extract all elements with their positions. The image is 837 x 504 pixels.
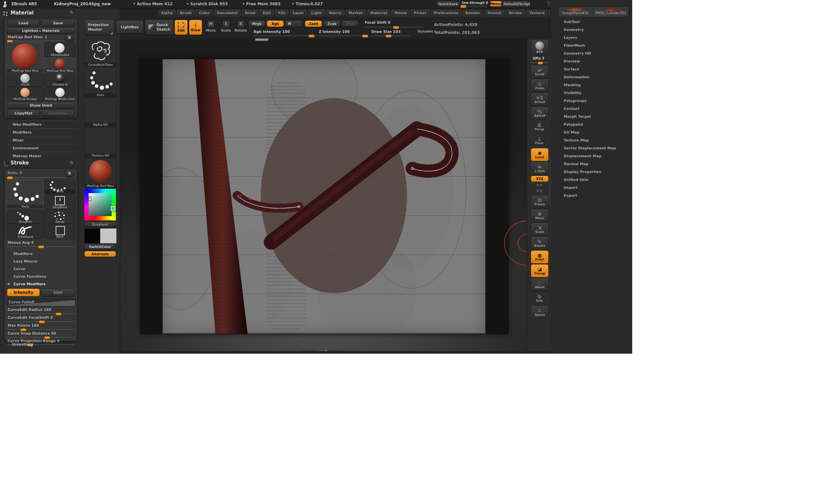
tool-item-deformation[interactable]: Deformation [564, 73, 629, 81]
menu-render[interactable]: Render [463, 10, 483, 16]
tool-item-polypaint[interactable]: Polypaint [564, 121, 629, 129]
current-texture-tile[interactable]: Texture Off [84, 128, 117, 158]
menu-draw[interactable]: Draw [242, 10, 259, 16]
rotate-tool-button[interactable]: R Rotate [234, 21, 247, 34]
scale-nav-button[interactable]: ⇲Scale [531, 223, 549, 236]
material-thumb-chrome-a[interactable]: Chrome A [44, 73, 75, 87]
menu-layer[interactable]: Layer [290, 10, 307, 16]
edit-button[interactable]: Edit [175, 20, 188, 35]
stroke-section-lazy-mouse[interactable]: Lazy Mouse [5, 257, 76, 265]
stroke-thumb-spray[interactable]: Spray [44, 209, 75, 224]
draw-size-slider[interactable] [371, 36, 411, 36]
bpr-button[interactable]: BPR [531, 39, 549, 55]
rotate-nav-button[interactable]: ↻Rotate [531, 237, 549, 250]
persp-button[interactable]: ⊞Persp [531, 120, 548, 133]
actual-button[interactable]: ×1Actual [531, 93, 549, 106]
tool-item-unified-skin[interactable]: Unified Skin [564, 176, 629, 184]
tool-item-texture-map[interactable]: Texture Map [564, 136, 629, 145]
lsym-button[interactable]: ⇋L.Sym [531, 162, 549, 175]
menu-picker[interactable]: Picker [411, 10, 429, 16]
material-thumb-selected[interactable]: MatCap Red Wax [7, 42, 44, 73]
tool-item-layers[interactable]: Layers [564, 34, 629, 42]
rgb-button[interactable]: Rgb [267, 20, 284, 27]
tool-tab-cylinder[interactable]: PM3D_Cylinder3D1 [593, 7, 628, 16]
focal-shift-slider[interactable] [365, 27, 424, 27]
current-alpha-tile[interactable]: Alpha Off [84, 98, 117, 127]
tool-item-preview[interactable]: Preview [564, 58, 629, 66]
stroke-section-curve[interactable]: Curve [5, 265, 76, 273]
zadd-button[interactable]: Zadd [305, 20, 322, 27]
tool-item-display-properties[interactable]: Display Properties [564, 168, 629, 176]
m-button[interactable]: M [285, 20, 302, 27]
curveedit-focalshift-slider[interactable] [7, 321, 75, 322]
menu-alpha[interactable]: Alpha [158, 10, 176, 16]
max-points-slider[interactable] [7, 329, 75, 330]
size-button[interactable]: Size [41, 288, 75, 296]
stroke-section-modifiers[interactable]: Modifiers [5, 250, 76, 257]
draw-button[interactable]: ┼ Draw [189, 20, 202, 35]
menu-material[interactable]: Material [367, 10, 390, 16]
zoom-button[interactable]: ◎Zoom [531, 79, 549, 92]
material-thumb-skinshade4[interactable]: SkinShade4 [44, 42, 75, 57]
tool-item-fibermesh[interactable]: FiberMesh [564, 42, 629, 50]
secondary-color-swatch[interactable] [100, 228, 117, 243]
menu-edit[interactable]: Edit [260, 10, 274, 16]
stroke-thumb-dragdot[interactable]: DragDot [7, 209, 44, 224]
tool-item-contact[interactable]: Contact [564, 105, 629, 113]
tool-item-geometry-hd[interactable]: Geometry HD [564, 50, 629, 58]
doc-scrollbar-left[interactable] [302, 350, 318, 351]
menu-movie[interactable]: Movie [392, 10, 410, 16]
curve-snap-slider[interactable] [7, 337, 75, 338]
move-tool-button[interactable]: M Move [205, 21, 217, 34]
local-button[interactable]: ◉Local [531, 148, 549, 161]
material-r-button[interactable]: R [66, 34, 73, 41]
solo-button[interactable]: ◍Solo [531, 292, 548, 304]
menu-brush[interactable]: Brush [177, 10, 195, 16]
tool-item-polygroups[interactable]: Polygroups [564, 97, 629, 105]
polyf-button[interactable]: ▦PolyF [531, 250, 549, 263]
color-picker-swatch-handle[interactable] [111, 206, 115, 211]
load-material-button[interactable]: Load [7, 20, 40, 26]
tool-item-import[interactable]: Import [564, 184, 629, 192]
menu-preferences[interactable]: Preferences [431, 10, 461, 16]
current-material-tile[interactable]: MatCap Red Wax [84, 158, 117, 188]
material-slider[interactable] [7, 41, 64, 41]
material-thumb-matcap-red-wax[interactable]: MatCap Red Wax [44, 57, 75, 73]
tool-item-subtool[interactable]: SubTool [564, 18, 629, 26]
stroke-refresh-icon[interactable]: ↻ [70, 160, 73, 165]
main-color-swatch[interactable] [84, 228, 100, 243]
copymat-button[interactable]: CopyMat [7, 110, 40, 116]
doc-scroll-down-icon[interactable]: ▼ [324, 349, 327, 351]
section-mixer[interactable]: Mixer [5, 136, 77, 144]
tool-item-normal-map[interactable]: Normal Map [564, 160, 629, 168]
current-brush-tile[interactable]: CurveMultiTube [84, 39, 117, 67]
save-material-button[interactable]: Save [41, 20, 75, 26]
doc-scrollbar-right[interactable] [328, 350, 345, 351]
color-picker[interactable] [84, 189, 116, 220]
floor-button[interactable]: ⊥Floor [531, 134, 548, 147]
pastemat-button[interactable]: PasteMat [41, 110, 75, 116]
curveedit-radius-slider[interactable] [7, 314, 75, 314]
stroke-thumb-dragrect[interactable]: ↓ DragRect [44, 194, 75, 209]
xyz-button[interactable]: XYZ [531, 176, 549, 182]
frame-button[interactable]: ⊡Frame [531, 195, 549, 208]
menu-stencil[interactable]: Stencil [484, 10, 504, 16]
xpose-button[interactable]: ∴Xpose [531, 305, 549, 319]
doc-scroll-up-icon[interactable]: ▲ [320, 349, 322, 351]
material-refresh-icon[interactable]: ↻ [70, 10, 73, 15]
stroke-thumb-dots[interactable]: Dots [44, 179, 75, 194]
tray-pull-tab[interactable] [255, 38, 268, 41]
transp-button[interactable]: ◪Transp [531, 264, 549, 277]
spix-slider[interactable] [531, 62, 548, 63]
menus-toggle[interactable]: Menus [490, 1, 502, 6]
move-nav-button[interactable]: ⊕Move [531, 209, 549, 222]
tool-item-displacement-map[interactable]: Displacement Map [564, 152, 629, 160]
curve-falloff-widget[interactable]: Curve Falloff [7, 298, 75, 306]
quicksave-button[interactable]: QuickSave [437, 1, 460, 7]
aahalf-button[interactable]: ½AAHalf [531, 107, 549, 120]
section-wax-modifiers[interactable]: Wax Modifiers [5, 120, 77, 128]
menu-marker[interactable]: Marker [346, 10, 366, 16]
menu-macro[interactable]: Macro [326, 10, 344, 16]
lightbox-materials-button[interactable]: Lightbox ▸ Materials [7, 27, 75, 34]
lightbox-button[interactable]: LightBox [116, 20, 144, 34]
